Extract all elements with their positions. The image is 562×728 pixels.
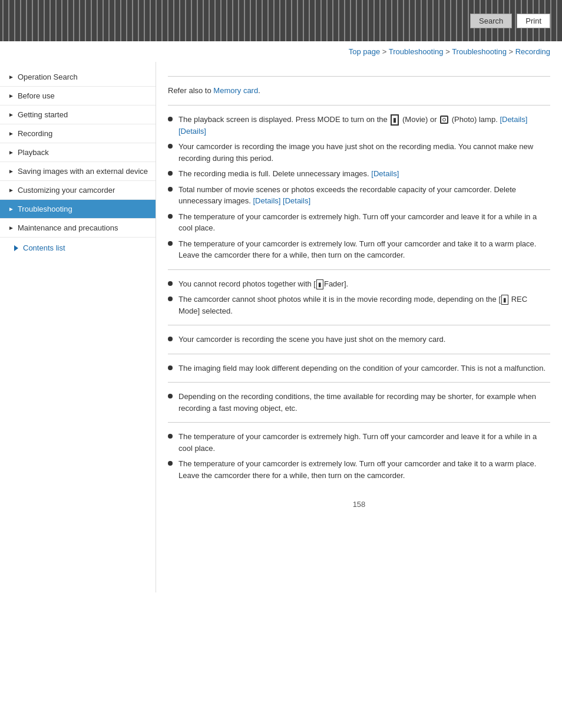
bullet-item: The imaging field may look different dep…	[168, 363, 550, 374]
bullet-item: Depending on the recording conditions, t…	[168, 391, 550, 414]
arrow-icon: ►	[8, 74, 14, 80]
bullet-item: The playback screen is displayed. Press …	[168, 114, 550, 137]
breadcrumb-recording[interactable]: Recording	[515, 47, 550, 56]
movie-icon: ▮	[391, 114, 399, 126]
sidebar-item-label: Troubleshooting	[18, 205, 72, 213]
main-layout: ► Operation Search ► Before use ► Gettin…	[0, 62, 562, 592]
bullet-dot	[168, 187, 173, 192]
sidebar-item-label: Getting started	[18, 110, 68, 119]
bullet-text: The temperature of your camcorder is ext…	[178, 431, 550, 454]
divider-2	[168, 269, 550, 270]
sidebar-item-label: Playback	[18, 148, 49, 157]
bullet-dot	[168, 281, 173, 286]
bullet-dot	[168, 461, 173, 466]
rec-icon: ▮	[316, 279, 323, 289]
content-area: Refer also to Memory card. The playback …	[156, 62, 562, 592]
refer-line: Refer also to Memory card.	[168, 85, 550, 97]
arrow-icon: ►	[8, 206, 14, 212]
bullet-text: Your camcorder is recording the image yo…	[178, 141, 550, 164]
arrow-icon: ►	[8, 93, 14, 99]
breadcrumb-top-page[interactable]: Top page	[349, 47, 381, 56]
breadcrumb-troubleshooting1[interactable]: Troubleshooting	[389, 47, 444, 56]
bullet-text: The temperature of your camcorder is ext…	[178, 211, 550, 234]
photo-icon	[440, 116, 448, 124]
bullet-text: The playback screen is displayed. Press …	[178, 114, 550, 137]
bullet-dot	[168, 394, 173, 398]
bullet-item: The recording media is full. Delete unne…	[168, 168, 550, 180]
print-button[interactable]: Print	[517, 14, 550, 28]
bullet-text: Total number of movie scenes or photos e…	[178, 184, 550, 207]
arrow-icon: ►	[8, 168, 14, 174]
divider-5	[168, 382, 550, 383]
details-link[interactable]: [Details]	[283, 196, 310, 205]
search-button[interactable]: Search	[470, 14, 512, 28]
bullet-text: The temperature of your camcorder is ext…	[178, 458, 550, 481]
divider-4	[168, 354, 550, 354]
bullet-item: The temperature of your camcorder is ext…	[168, 211, 550, 234]
refer-suffix: .	[258, 86, 260, 95]
bullet-text: The camcorder cannot shoot photos while …	[178, 294, 550, 317]
bullet-text: The temperature of your camcorder is ext…	[178, 238, 550, 261]
bullet-text: The recording media is full. Delete unne…	[178, 168, 550, 180]
sidebar-item-customizing[interactable]: ► Customizing your camcorder	[0, 181, 156, 200]
divider-6	[168, 422, 550, 423]
refer-text: Refer also to	[168, 86, 213, 95]
sidebar-item-troubleshooting[interactable]: ► Troubleshooting	[0, 200, 156, 219]
section-2: You cannot record photos together with […	[168, 278, 550, 317]
bullet-dot	[168, 434, 173, 439]
bullet-dot	[168, 144, 173, 149]
sidebar-item-recording[interactable]: ► Recording	[0, 124, 156, 143]
memory-card-link[interactable]: Memory card	[213, 86, 258, 95]
details-link[interactable]: [Details]	[178, 127, 206, 136]
arrow-icon: ►	[8, 149, 14, 156]
bullet-dot	[168, 241, 173, 246]
sidebar-item-label: Maintenance and precautions	[18, 223, 118, 232]
bullet-text: The imaging field may look different dep…	[178, 363, 550, 374]
bullet-dot	[168, 117, 173, 121]
sidebar-item-before-use[interactable]: ► Before use	[0, 87, 156, 106]
sidebar-item-label: Operation Search	[18, 73, 78, 81]
bullet-item: Your camcorder is recording the scene yo…	[168, 334, 550, 345]
section-4: The imaging field may look different dep…	[168, 363, 550, 374]
arrow-icon: ►	[8, 111, 14, 118]
divider-3	[168, 325, 550, 325]
rec-icon: ▮	[501, 295, 508, 305]
contents-list-link[interactable]: Contents list	[0, 238, 156, 258]
bullet-dot	[168, 171, 173, 176]
breadcrumb-troubleshooting2[interactable]: Troubleshooting	[452, 47, 507, 56]
sidebar-item-label: Saving images with an external device	[18, 167, 148, 176]
arrow-icon: ►	[8, 225, 14, 231]
bullet-dot	[168, 214, 173, 219]
sidebar-item-label: Before use	[18, 91, 55, 100]
section-1: The playback screen is displayed. Press …	[168, 114, 550, 261]
arrow-right-icon	[14, 245, 18, 251]
sidebar-item-getting-started[interactable]: ► Getting started	[0, 106, 156, 124]
arrow-icon: ►	[8, 130, 14, 137]
details-link[interactable]: [Details]	[371, 169, 399, 178]
sidebar-item-label: Customizing your camcorder	[18, 186, 115, 195]
bullet-item: The temperature of your camcorder is ext…	[168, 431, 550, 454]
bullet-text: Depending on the recording conditions, t…	[178, 391, 550, 414]
bullet-item: You cannot record photos together with […	[168, 278, 550, 290]
header: Search Print	[0, 0, 562, 41]
details-link[interactable]: [Details]	[500, 115, 527, 124]
page-number: 158	[168, 499, 550, 510]
bullet-item: The temperature of your camcorder is ext…	[168, 458, 550, 481]
bullet-dot	[168, 365, 173, 370]
sidebar-item-playback[interactable]: ► Playback	[0, 143, 156, 162]
sidebar-item-saving-images[interactable]: ► Saving images with an external device	[0, 162, 156, 181]
divider-top	[168, 76, 550, 77]
bullet-item: Your camcorder is recording the image yo…	[168, 141, 550, 164]
breadcrumb: Top page > Troubleshooting > Troubleshoo…	[0, 41, 562, 62]
bullet-item: The temperature of your camcorder is ext…	[168, 238, 550, 261]
sidebar-item-label: Recording	[18, 129, 52, 138]
sidebar-item-maintenance[interactable]: ► Maintenance and precautions	[0, 219, 156, 238]
bullet-text: You cannot record photos together with […	[178, 278, 550, 290]
section-6: The temperature of your camcorder is ext…	[168, 431, 550, 481]
details-link[interactable]: [Details]	[253, 196, 280, 205]
bullet-item: Total number of movie scenes or photos e…	[168, 184, 550, 207]
sidebar-item-operation-search[interactable]: ► Operation Search	[0, 68, 156, 87]
bullet-dot	[168, 337, 173, 341]
arrow-icon: ►	[8, 187, 14, 193]
sidebar: ► Operation Search ► Before use ► Gettin…	[0, 62, 156, 592]
